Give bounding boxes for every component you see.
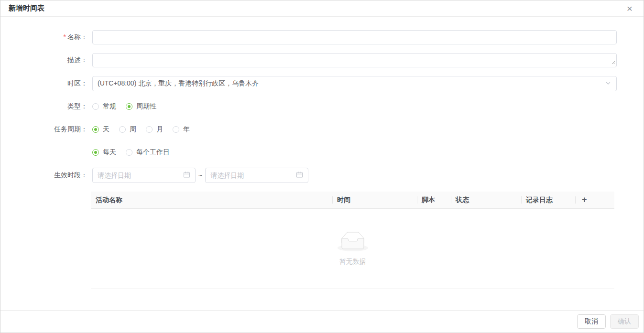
day-mode-option-workday[interactable]: 每个工作日 <box>126 148 170 157</box>
date-range-separator: ~ <box>198 172 202 179</box>
chevron-down-icon <box>605 80 611 88</box>
timezone-selected-value: (UTC+08:00) 北京，重庆，香港特别行政区，乌鲁木齐 <box>98 79 259 88</box>
confirm-button[interactable]: 确认 <box>610 314 639 329</box>
radio-label[interactable]: 周 <box>130 125 136 134</box>
day-mode-option-everyday[interactable]: 每天 <box>92 148 116 157</box>
calendar-icon[interactable] <box>183 171 190 180</box>
radio-label[interactable]: 天 <box>103 125 109 134</box>
add-schedule-dialog: 新增时间表 × *名称： 描述： 时区： (UTC+08:00) 北京，重庆，香… <box>0 0 644 333</box>
table-header-row: 活动名称 时间 脚本 状态 记录日志 + <box>91 192 614 209</box>
type-option-regular[interactable]: 常规 <box>92 102 116 111</box>
start-date-input[interactable] <box>98 172 183 179</box>
radio-icon[interactable] <box>119 126 126 133</box>
required-asterisk: * <box>64 33 66 41</box>
dialog-title: 新增时间表 <box>9 4 44 13</box>
cycle-option-year[interactable]: 年 <box>173 125 190 134</box>
timezone-select[interactable]: (UTC+08:00) 北京，重庆，香港特别行政区，乌鲁木齐 <box>92 76 617 91</box>
radio-icon[interactable] <box>92 103 99 110</box>
radio-label[interactable]: 周期性 <box>136 102 156 111</box>
type-label: 类型： <box>0 102 92 111</box>
activity-table: 活动名称 时间 脚本 状态 记录日志 + <box>91 192 614 289</box>
cycle-option-week[interactable]: 周 <box>119 125 136 134</box>
end-date-picker[interactable] <box>205 168 308 183</box>
radio-label[interactable]: 月 <box>156 125 163 134</box>
effective-period-label: 生效时段： <box>0 171 92 180</box>
column-header-log: 记录日志 <box>521 192 575 208</box>
type-row: 类型： 常规 周期性 <box>0 103 644 110</box>
description-label: 描述： <box>0 56 92 64</box>
task-cycle-label: 任务周期： <box>0 125 92 134</box>
radio-icon[interactable] <box>126 149 132 156</box>
description-row: 描述： <box>0 53 644 67</box>
name-row: *名称： <box>0 30 644 44</box>
start-date-picker[interactable] <box>92 168 196 183</box>
timezone-label: 时区： <box>0 79 92 88</box>
description-textarea[interactable] <box>92 53 617 67</box>
column-header-activity-name: 活动名称 <box>91 192 332 208</box>
dialog-header: 新增时间表 × <box>0 0 644 17</box>
name-label: *名称： <box>0 33 92 42</box>
radio-label[interactable]: 年 <box>183 125 190 134</box>
table-empty-state: 暂无数据 <box>91 209 614 289</box>
cycle-option-day[interactable]: 天 <box>92 125 109 134</box>
cancel-button[interactable]: 取消 <box>577 314 606 329</box>
radio-icon[interactable] <box>92 149 99 156</box>
radio-icon[interactable] <box>126 103 132 110</box>
column-header-status: 状态 <box>451 192 521 208</box>
calendar-icon[interactable] <box>296 171 303 180</box>
type-option-periodic[interactable]: 周期性 <box>126 102 156 111</box>
timezone-row: 时区： (UTC+08:00) 北京，重庆，香港特别行政区，乌鲁木齐 <box>0 76 644 91</box>
radio-label[interactable]: 常规 <box>103 102 116 111</box>
description-textarea-wrap <box>92 53 617 67</box>
cycle-option-month[interactable]: 月 <box>146 125 163 134</box>
resize-handle-icon[interactable] <box>611 58 615 66</box>
plus-icon: + <box>580 195 587 205</box>
name-input[interactable] <box>92 30 617 44</box>
radio-icon[interactable] <box>146 126 153 133</box>
column-header-time: 时间 <box>332 192 417 208</box>
dialog-body: *名称： 描述： 时区： (UTC+08:00) 北京，重庆，香港特别行政区，乌… <box>0 17 644 289</box>
task-cycle-row: 任务周期： 天 周 月 年 <box>0 126 644 133</box>
end-date-input[interactable] <box>210 172 296 179</box>
close-button[interactable]: × <box>624 3 635 13</box>
radio-icon[interactable] <box>92 126 99 133</box>
column-header-script: 脚本 <box>417 192 451 208</box>
day-mode-row: 每天 每个工作日 <box>0 149 644 156</box>
empty-inbox-icon <box>338 232 368 253</box>
effective-period-row: 生效时段： ~ <box>0 168 644 183</box>
dialog-footer: 取消 确认 <box>0 310 644 333</box>
add-activity-button[interactable]: + <box>575 192 614 208</box>
empty-text: 暂无数据 <box>339 258 366 266</box>
close-icon: × <box>627 3 633 14</box>
radio-label[interactable]: 每天 <box>103 148 116 157</box>
radio-icon[interactable] <box>173 126 179 133</box>
radio-label[interactable]: 每个工作日 <box>136 148 170 157</box>
